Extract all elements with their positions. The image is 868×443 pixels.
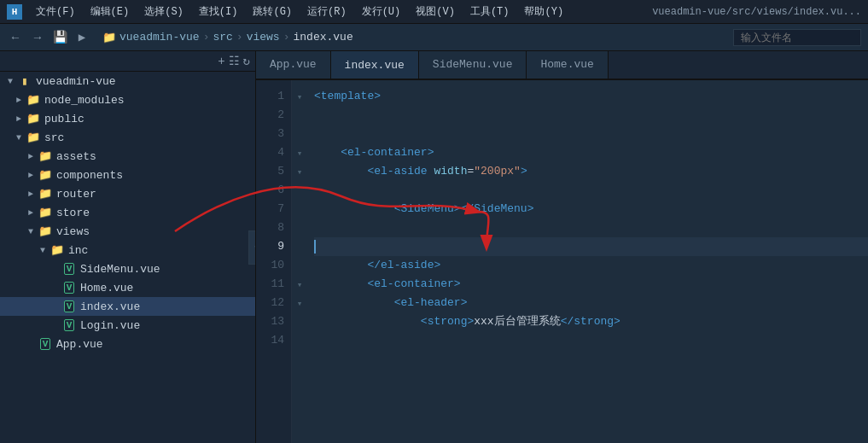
fold-6[interactable]: [292, 181, 307, 200]
tab-App-vue[interactable]: App.vue: [256, 51, 331, 79]
line-num-2: 2: [256, 106, 291, 125]
label-views: views: [56, 225, 90, 238]
fold-9[interactable]: [292, 237, 307, 256]
fold-7[interactable]: [292, 200, 307, 219]
fold-14[interactable]: [292, 331, 307, 350]
sidebar-item-views[interactable]: ▼ 📁 views: [0, 222, 255, 241]
label-src: src: [44, 131, 64, 144]
back-icon[interactable]: ←: [7, 29, 24, 46]
sidebar-item-store[interactable]: ► 📁 store: [0, 203, 255, 222]
code-line-1: <template>: [314, 87, 868, 106]
fold-3[interactable]: [292, 125, 307, 143]
fold-2[interactable]: [292, 106, 307, 125]
folder-icon: 📁: [102, 31, 116, 44]
menu-item[interactable]: 文件(F): [29, 3, 82, 20]
sidebar-item-components[interactable]: ► 📁 components: [0, 166, 255, 184]
folder-icon-src: 📁: [26, 131, 41, 144]
menu-item[interactable]: 跳转(G): [246, 3, 299, 20]
fold-13[interactable]: [292, 312, 307, 331]
line-num-11: 11: [256, 275, 291, 294]
label-router: router: [56, 188, 96, 201]
breadcrumb-src[interactable]: src: [213, 31, 232, 44]
fold-11[interactable]: ▾: [292, 275, 307, 294]
code-area[interactable]: <template> <el-container> <el-aside widt…: [307, 80, 868, 443]
sidebar-item-router[interactable]: ► 📁 router: [0, 184, 255, 203]
line-num-7: 7: [256, 200, 291, 219]
sidebar-item-SideMenu.vue[interactable]: V SideMenu.vue: [0, 259, 255, 278]
new-folder-icon[interactable]: ☷: [229, 54, 240, 68]
menu-item[interactable]: 查找(I): [192, 3, 245, 20]
fold-10[interactable]: [292, 256, 307, 275]
menu-item[interactable]: 视图(V): [409, 3, 462, 20]
arrow-src: ▼: [12, 131, 26, 144]
tab-index-vue[interactable]: index.vue: [331, 51, 419, 79]
code-line-5: <el-aside width="200px">: [314, 162, 868, 181]
tab-Home-vue[interactable]: Home.vue: [527, 51, 608, 79]
menu-item[interactable]: 帮助(Y): [517, 3, 570, 20]
label-assets: assets: [56, 150, 96, 163]
line-numbers: 1234567891011121314: [256, 80, 292, 443]
sidebar-collapse-btn[interactable]: ‹: [248, 230, 256, 265]
code-line-13: <strong>xxx后台管理系统</strong>: [314, 312, 868, 331]
menu-bar[interactable]: 文件(F)编辑(E)选择(S)查找(I)跳转(G)运行(R)发行(U)视图(V)…: [29, 3, 570, 20]
sidebar-item-Login.vue[interactable]: V Login.vue: [0, 316, 255, 335]
fold-8[interactable]: [292, 219, 307, 237]
menu-item[interactable]: 工具(T): [463, 3, 516, 20]
refresh-icon[interactable]: ↻: [243, 54, 250, 68]
code-line-8: [314, 219, 868, 237]
label-Login.vue: Login.vue: [80, 319, 140, 332]
label-components: components: [56, 169, 123, 182]
arrow-public: ►: [12, 112, 26, 125]
arrow-store: ►: [24, 206, 38, 219]
line-num-6: 6: [256, 181, 291, 200]
line-num-1: 1: [256, 87, 291, 106]
fold-4[interactable]: ▾: [292, 143, 307, 162]
sidebar-item-Home.vue[interactable]: V Home.vue: [0, 278, 255, 297]
sidebar-item-inc[interactable]: ▼ 📁 inc: [0, 241, 255, 259]
file-search-input[interactable]: [733, 29, 861, 46]
breadcrumb-views[interactable]: views: [247, 31, 280, 44]
sep1: ›: [203, 31, 210, 44]
sidebar-item-index.vue[interactable]: V index.vue: [0, 297, 255, 316]
code-line-12: <el-header>: [314, 294, 868, 312]
menu-item[interactable]: 选择(S): [137, 3, 190, 20]
sidebar-item-root[interactable]: ▼ ▮ vueadmin-vue: [0, 72, 255, 90]
sidebar-item-node_modules[interactable]: ► 📁 node_modules: [0, 90, 255, 109]
menu-item[interactable]: 运行(R): [300, 3, 353, 20]
vue-icon-SideMenu.vue: V: [61, 262, 77, 276]
save-icon[interactable]: 💾: [51, 29, 68, 46]
vue-icon-index.vue: V: [61, 300, 77, 313]
sidebar-item-assets[interactable]: ► 📁 assets: [0, 147, 255, 166]
code-line-7: <SideMenu></SideMenu>: [314, 200, 868, 219]
arrow-assets: ►: [24, 149, 38, 163]
arrow-inc: ▼: [36, 243, 50, 257]
run-icon[interactable]: ▶: [73, 29, 90, 46]
label-store: store: [56, 207, 90, 219]
sidebar-item-src[interactable]: ▼ 📁 src: [0, 128, 255, 147]
file-explorer: + ☷ ↻ ▼ ▮ vueadmin-vue ► 📁 node_modules …: [0, 51, 256, 443]
sidebar-item-public[interactable]: ► 📁 public: [0, 109, 255, 128]
code-line-11: <el-container>: [314, 275, 868, 294]
arrow-views: ▼: [24, 224, 38, 238]
forward-icon[interactable]: →: [29, 29, 46, 46]
breadcrumb-root[interactable]: vueadmin-vue: [119, 31, 200, 44]
sep3: ›: [283, 31, 290, 44]
fold-5[interactable]: ▾: [292, 162, 307, 181]
new-file-icon[interactable]: +: [218, 55, 224, 68]
line-num-14: 14: [256, 331, 291, 350]
fold-12[interactable]: ▾: [292, 294, 307, 312]
label-index.vue: index.vue: [80, 300, 140, 313]
fold-1[interactable]: ▾: [292, 87, 307, 106]
line-num-12: 12: [256, 294, 291, 312]
tab-SideMenu-vue[interactable]: SideMenu.vue: [419, 51, 527, 79]
sidebar-item-App.vue[interactable]: V App.vue: [0, 335, 255, 353]
folder-icon-inc: 📁: [50, 243, 65, 257]
title-bar: H 文件(F)编辑(E)选择(S)查找(I)跳转(G)运行(R)发行(U)视图(…: [0, 0, 868, 24]
code-editor[interactable]: 1234567891011121314 ▾▾▾▾▾ <template> <el…: [256, 80, 868, 443]
line-num-5: 5: [256, 162, 291, 181]
menu-item[interactable]: 编辑(E): [84, 3, 137, 20]
code-line-2: [314, 106, 868, 125]
breadcrumb-file[interactable]: index.vue: [293, 31, 352, 44]
menu-item[interactable]: 发行(U): [355, 3, 408, 20]
app-logo: H: [7, 4, 22, 20]
